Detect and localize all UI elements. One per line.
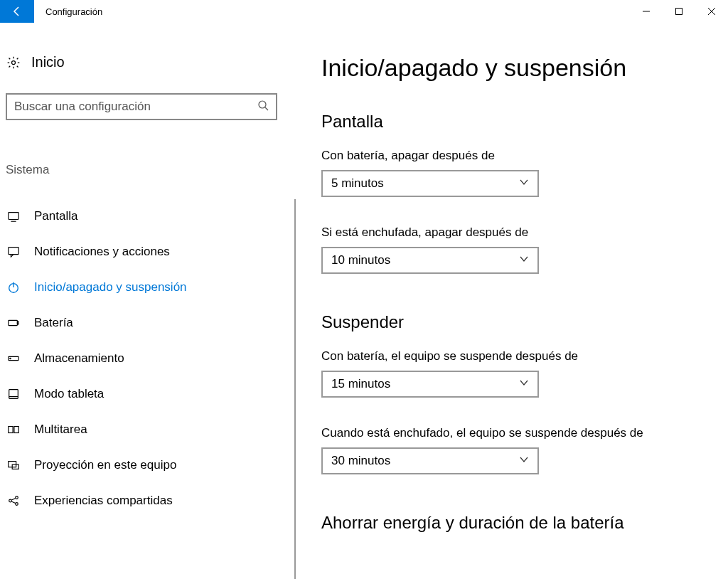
sidebar-item-label: Experiencias compartidas xyxy=(34,494,173,508)
chevron-down-icon xyxy=(519,253,529,267)
search-icon xyxy=(257,100,269,115)
svg-rect-7 xyxy=(9,213,18,220)
home-label: Inicio xyxy=(31,54,65,70)
search-placeholder: Buscar una configuración xyxy=(14,100,257,114)
section-heading-ahorrar: Ahorrar energía y duración de la batería xyxy=(321,513,714,533)
window-controls xyxy=(630,0,728,23)
sidebar-item-label: Batería xyxy=(34,316,73,330)
sidebar-item-proyeccion[interactable]: Proyección en este equipo xyxy=(0,447,291,483)
back-button[interactable] xyxy=(0,0,34,23)
svg-rect-18 xyxy=(9,427,13,433)
section-heading-suspender: Suspender xyxy=(321,312,714,332)
screen-plugged-combo[interactable]: 10 minutos xyxy=(321,247,539,274)
svg-line-6 xyxy=(265,107,268,110)
svg-line-26 xyxy=(11,501,15,504)
combo-value: 10 minutos xyxy=(331,253,519,267)
storage-icon xyxy=(6,352,21,365)
svg-rect-16 xyxy=(9,390,18,399)
svg-point-5 xyxy=(259,101,266,108)
window-title: Configuración xyxy=(34,6,630,17)
power-icon xyxy=(6,281,21,294)
sidebar-item-modo-tableta[interactable]: Modo tableta xyxy=(0,376,291,412)
sidebar: Inicio Buscar una configuración Sistema … xyxy=(0,23,291,579)
display-icon xyxy=(6,210,21,223)
sleep-battery-combo[interactable]: 15 minutos xyxy=(321,371,539,398)
chevron-down-icon xyxy=(519,176,529,191)
sidebar-item-multitarea[interactable]: Multitarea xyxy=(0,412,291,447)
svg-rect-13 xyxy=(17,322,18,324)
sidebar-item-almacenamiento[interactable]: Almacenamiento xyxy=(0,341,291,376)
svg-rect-1 xyxy=(676,9,682,15)
sidebar-item-pantalla[interactable]: Pantalla xyxy=(0,198,291,234)
close-button[interactable] xyxy=(695,0,728,23)
gear-icon xyxy=(6,55,21,70)
svg-rect-19 xyxy=(14,427,18,433)
screen-plugged-label: Si está enchufada, apagar después de xyxy=(321,225,714,240)
home-link[interactable]: Inicio xyxy=(0,54,291,70)
sidebar-item-notificaciones[interactable]: Notificaciones y acciones xyxy=(0,234,291,270)
sleep-section: Suspender Con batería, el equipo se susp… xyxy=(321,312,714,474)
sleep-battery-label: Con batería, el equipo se suspende despu… xyxy=(321,349,714,363)
maximize-button[interactable] xyxy=(663,0,695,23)
sidebar-item-label: Notificaciones y acciones xyxy=(34,245,170,259)
titlebar: Configuración xyxy=(0,0,728,23)
sleep-plugged-label: Cuando está enchufado, el equipo se susp… xyxy=(321,426,714,440)
sidebar-item-label: Modo tableta xyxy=(34,387,104,401)
section-heading-pantalla: Pantalla xyxy=(321,112,714,132)
page-title: Inicio/apagado y suspensión xyxy=(321,54,714,82)
svg-point-4 xyxy=(12,60,16,64)
sidebar-item-bateria[interactable]: Batería xyxy=(0,305,291,341)
sidebar-section-label: Sistema xyxy=(0,163,291,177)
chevron-down-icon xyxy=(519,454,529,468)
sidebar-item-experiencias[interactable]: Experiencias compartidas xyxy=(0,483,291,519)
sidebar-item-inicio-apagado[interactable]: Inicio/apagado y suspensión xyxy=(0,270,291,305)
multitask-icon xyxy=(6,423,21,436)
share-icon xyxy=(6,494,21,507)
combo-value: 30 minutos xyxy=(331,454,519,468)
svg-point-23 xyxy=(16,496,18,499)
sidebar-item-label: Proyección en este equipo xyxy=(34,458,176,472)
minimize-button[interactable] xyxy=(630,0,663,23)
screen-section: Pantalla Con batería, apagar después de … xyxy=(321,112,714,274)
battery-icon xyxy=(6,317,21,329)
tablet-icon xyxy=(6,388,21,400)
svg-point-22 xyxy=(9,499,12,502)
chevron-down-icon xyxy=(519,377,529,391)
nav-list: Pantalla Notificaciones y acciones Inici… xyxy=(0,198,291,519)
combo-value: 15 minutos xyxy=(331,377,519,391)
svg-rect-12 xyxy=(9,320,18,325)
sleep-plugged-combo[interactable]: 30 minutos xyxy=(321,447,539,474)
svg-point-15 xyxy=(10,358,11,358)
project-icon xyxy=(6,459,21,472)
search-input[interactable]: Buscar una configuración xyxy=(6,93,277,120)
sidebar-item-label: Multitarea xyxy=(34,423,87,437)
sidebar-item-label: Inicio/apagado y suspensión xyxy=(34,280,187,294)
svg-point-24 xyxy=(16,503,18,506)
svg-rect-9 xyxy=(9,248,18,255)
main-panel: Inicio/apagado y suspensión Pantalla Con… xyxy=(296,23,728,579)
svg-line-25 xyxy=(11,498,15,500)
screen-battery-combo[interactable]: 5 minutos xyxy=(321,170,539,197)
sidebar-item-label: Almacenamiento xyxy=(34,351,124,366)
combo-value: 5 minutos xyxy=(331,176,519,191)
sidebar-item-label: Pantalla xyxy=(34,209,77,223)
speech-icon xyxy=(6,245,21,258)
screen-battery-label: Con batería, apagar después de xyxy=(321,149,714,163)
divider xyxy=(294,199,296,579)
